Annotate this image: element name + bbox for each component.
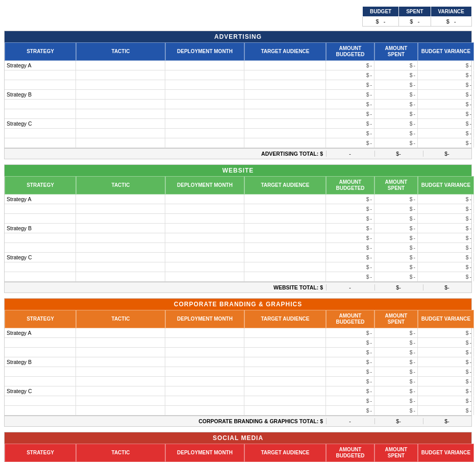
cell-variance[interactable]: $- xyxy=(418,396,474,405)
cell-deployment[interactable] xyxy=(165,367,244,376)
cell-budgeted[interactable]: $- xyxy=(326,100,374,109)
cell-target[interactable] xyxy=(244,194,326,204)
cell-tactic[interactable] xyxy=(76,224,165,233)
cell-deployment[interactable] xyxy=(165,61,244,70)
cell-target[interactable] xyxy=(244,338,326,347)
cell-deployment[interactable] xyxy=(165,204,244,213)
cell-target[interactable] xyxy=(244,272,326,281)
cell-target[interactable] xyxy=(244,328,326,337)
cell-tactic[interactable] xyxy=(76,61,165,70)
cell-tactic[interactable] xyxy=(76,194,165,204)
cell-budgeted[interactable]: $- xyxy=(326,328,374,337)
cell-budgeted[interactable]: $- xyxy=(326,338,374,347)
cell-target[interactable] xyxy=(244,386,326,396)
cell-tactic[interactable] xyxy=(76,80,165,89)
cell-target[interactable] xyxy=(244,348,326,357)
cell-variance[interactable]: $- xyxy=(418,253,474,262)
cell-deployment[interactable] xyxy=(165,233,244,242)
cell-target[interactable] xyxy=(244,396,326,405)
cell-budgeted[interactable]: $- xyxy=(326,109,374,118)
cell-tactic[interactable] xyxy=(76,357,165,367)
cell-tactic[interactable] xyxy=(76,109,165,118)
cell-budgeted[interactable]: $- xyxy=(326,61,374,70)
cell-budgeted[interactable]: $- xyxy=(326,90,374,99)
cell-target[interactable] xyxy=(244,90,326,99)
cell-variance[interactable]: $- xyxy=(418,357,474,367)
cell-deployment[interactable] xyxy=(165,396,244,405)
cell-budgeted[interactable]: $- xyxy=(326,377,374,386)
cell-deployment[interactable] xyxy=(165,348,244,357)
cell-tactic[interactable] xyxy=(76,70,165,80)
cell-tactic[interactable] xyxy=(76,328,165,337)
cell-budgeted[interactable]: $- xyxy=(326,119,374,128)
cell-spent[interactable]: $- xyxy=(374,253,418,262)
cell-deployment[interactable] xyxy=(165,70,244,80)
cell-tactic[interactable] xyxy=(76,129,165,138)
cell-spent[interactable]: $- xyxy=(374,377,418,386)
cell-variance[interactable]: $- xyxy=(418,328,474,337)
cell-tactic[interactable] xyxy=(76,243,165,252)
cell-deployment[interactable] xyxy=(165,262,244,272)
cell-budgeted[interactable]: $- xyxy=(326,214,374,223)
cell-spent[interactable]: $- xyxy=(374,90,418,99)
cell-variance[interactable]: $- xyxy=(418,386,474,396)
cell-variance[interactable]: $- xyxy=(418,406,474,415)
cell-tactic[interactable] xyxy=(76,406,165,415)
cell-target[interactable] xyxy=(244,253,326,262)
cell-variance[interactable]: $- xyxy=(418,138,474,148)
cell-deployment[interactable] xyxy=(165,328,244,337)
cell-deployment[interactable] xyxy=(165,243,244,252)
cell-variance[interactable]: $- xyxy=(418,80,474,89)
cell-spent[interactable]: $- xyxy=(374,233,418,242)
cell-variance[interactable]: $- xyxy=(418,70,474,80)
cell-target[interactable] xyxy=(244,367,326,376)
cell-target[interactable] xyxy=(244,204,326,213)
cell-tactic[interactable] xyxy=(76,253,165,262)
cell-tactic[interactable] xyxy=(76,377,165,386)
cell-tactic[interactable] xyxy=(76,90,165,99)
cell-spent[interactable]: $- xyxy=(374,367,418,376)
cell-variance[interactable]: $- xyxy=(418,367,474,376)
cell-tactic[interactable] xyxy=(76,214,165,223)
cell-target[interactable] xyxy=(244,119,326,128)
cell-target[interactable] xyxy=(244,129,326,138)
cell-deployment[interactable] xyxy=(165,80,244,89)
cell-tactic[interactable] xyxy=(76,272,165,281)
cell-deployment[interactable] xyxy=(165,138,244,148)
cell-variance[interactable]: $- xyxy=(418,204,474,213)
cell-deployment[interactable] xyxy=(165,100,244,109)
cell-tactic[interactable] xyxy=(76,204,165,213)
cell-spent[interactable]: $- xyxy=(374,138,418,148)
cell-deployment[interactable] xyxy=(165,338,244,347)
cell-target[interactable] xyxy=(244,243,326,252)
cell-spent[interactable]: $- xyxy=(374,204,418,213)
cell-tactic[interactable] xyxy=(76,119,165,128)
cell-variance[interactable]: $- xyxy=(418,272,474,281)
cell-tactic[interactable] xyxy=(76,396,165,405)
cell-target[interactable] xyxy=(244,80,326,89)
cell-tactic[interactable] xyxy=(76,338,165,347)
cell-spent[interactable]: $- xyxy=(374,61,418,70)
cell-deployment[interactable] xyxy=(165,386,244,396)
cell-variance[interactable]: $- xyxy=(418,61,474,70)
cell-budgeted[interactable]: $- xyxy=(326,194,374,204)
cell-variance[interactable]: $- xyxy=(418,348,474,357)
cell-budgeted[interactable]: $- xyxy=(326,233,374,242)
cell-spent[interactable]: $- xyxy=(374,243,418,252)
cell-variance[interactable]: $- xyxy=(418,338,474,347)
cell-variance[interactable]: $- xyxy=(418,377,474,386)
cell-variance[interactable]: $- xyxy=(418,262,474,272)
cell-variance[interactable]: $- xyxy=(418,194,474,204)
cell-target[interactable] xyxy=(244,109,326,118)
cell-budgeted[interactable]: $- xyxy=(326,272,374,281)
cell-tactic[interactable] xyxy=(76,367,165,376)
cell-variance[interactable]: $- xyxy=(418,109,474,118)
cell-spent[interactable]: $- xyxy=(374,109,418,118)
cell-spent[interactable]: $- xyxy=(374,272,418,281)
cell-target[interactable] xyxy=(244,138,326,148)
cell-deployment[interactable] xyxy=(165,119,244,128)
cell-budgeted[interactable]: $- xyxy=(326,262,374,272)
cell-deployment[interactable] xyxy=(165,253,244,262)
cell-spent[interactable]: $- xyxy=(374,357,418,367)
cell-target[interactable] xyxy=(244,224,326,233)
